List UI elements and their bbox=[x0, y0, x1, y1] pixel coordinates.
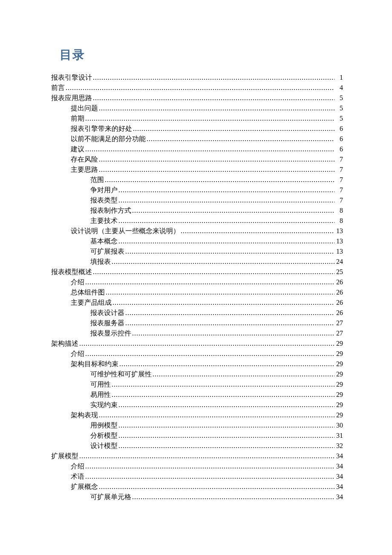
toc-leader-dots bbox=[99, 154, 334, 165]
toc-entry-page: 8 bbox=[335, 216, 343, 226]
toc-entry-label: 前言 bbox=[51, 83, 65, 93]
toc-entry: 可扩展报表13 bbox=[51, 246, 343, 257]
toc-entry: 报表引擎带来的好处6 bbox=[51, 124, 343, 134]
toc-leader-dots bbox=[118, 185, 334, 195]
toc-entry: 术语34 bbox=[51, 471, 343, 482]
toc-entry: 报表模型概述25 bbox=[51, 267, 343, 277]
toc-entry-page: 5 bbox=[335, 103, 343, 113]
toc-entry-label: 建议 bbox=[71, 144, 84, 154]
toc-entry-page: 13 bbox=[335, 226, 343, 236]
toc-entry: 扩展模型34 bbox=[51, 451, 343, 461]
toc-entry-page: 34 bbox=[335, 451, 343, 461]
toc-leader-dots bbox=[132, 492, 334, 502]
toc-entry: 争对用户7 bbox=[51, 185, 343, 195]
toc-entry: 介绍29 bbox=[51, 349, 343, 359]
document-page: 目录 报表引擎设计1前言4报表应用思路5提出问题5前期5报表引擎带来的好处6以前… bbox=[0, 0, 392, 545]
toc-entry-page: 30 bbox=[335, 420, 343, 431]
toc-entry-page: 34 bbox=[335, 482, 343, 492]
toc-entry-label: 可扩展单元格 bbox=[90, 492, 131, 502]
toc-leader-dots bbox=[125, 246, 334, 257]
toc-leader-dots bbox=[118, 420, 334, 431]
toc-leader-dots bbox=[112, 257, 334, 267]
toc-entry-label: 报表应用思路 bbox=[51, 93, 92, 103]
toc-entry-label: 报表设计器 bbox=[90, 308, 124, 318]
toc-leader-dots bbox=[118, 236, 334, 246]
toc-entry: 前期5 bbox=[51, 113, 343, 124]
toc-leader-dots bbox=[112, 298, 334, 308]
toc-leader-dots bbox=[112, 390, 334, 400]
toc-entry: 设计模型32 bbox=[51, 441, 343, 451]
toc-entry-label: 可维护性和可扩展性 bbox=[90, 369, 152, 379]
toc-entry: 介绍26 bbox=[51, 277, 343, 287]
toc-entry-page: 34 bbox=[335, 461, 343, 471]
toc-leader-dots bbox=[147, 134, 334, 144]
toc-leader-dots bbox=[133, 124, 334, 134]
toc-entry-page: 6 bbox=[335, 124, 343, 134]
toc-entry-label: 主要技术 bbox=[90, 216, 118, 226]
toc-entry: 报表制作方式8 bbox=[51, 205, 343, 216]
toc-leader-dots bbox=[66, 83, 334, 93]
toc-entry: 以前不能满足的部分功能6 bbox=[51, 134, 343, 144]
toc-entry-label: 扩展模型 bbox=[51, 451, 78, 461]
toc-entry-label: 扩展概念 bbox=[71, 482, 98, 492]
toc-list: 报表引擎设计1前言4报表应用思路5提出问题5前期5报表引擎带来的好处6以前不能满… bbox=[51, 72, 343, 502]
toc-leader-dots bbox=[105, 175, 334, 185]
toc-leader-dots bbox=[85, 461, 334, 471]
toc-entry: 介绍34 bbox=[51, 461, 343, 471]
toc-leader-dots bbox=[85, 349, 334, 359]
toc-entry-label: 存在风险 bbox=[71, 154, 98, 165]
toc-entry: 基本概念13 bbox=[51, 236, 343, 246]
toc-entry-page: 29 bbox=[335, 349, 343, 359]
toc-entry-label: 介绍 bbox=[71, 349, 84, 359]
toc-entry-label: 可用性 bbox=[90, 379, 111, 390]
toc-entry-page: 29 bbox=[335, 410, 343, 420]
toc-entry: 实现约束29 bbox=[51, 400, 343, 410]
toc-entry-page: 26 bbox=[335, 298, 343, 308]
toc-leader-dots bbox=[85, 277, 334, 287]
toc-entry: 报表引擎设计1 bbox=[51, 72, 343, 83]
toc-entry-page: 31 bbox=[335, 431, 343, 441]
toc-entry-label: 报表服务器 bbox=[90, 318, 124, 328]
toc-entry-label: 报表显示控件 bbox=[90, 328, 131, 338]
toc-entry: 架构描述29 bbox=[51, 338, 343, 349]
toc-leader-dots bbox=[99, 103, 334, 113]
toc-entry-page: 29 bbox=[335, 400, 343, 410]
toc-entry-page: 8 bbox=[335, 205, 343, 216]
toc-leader-dots bbox=[79, 338, 334, 349]
toc-entry-label: 介绍 bbox=[71, 461, 84, 471]
toc-entry-page: 7 bbox=[335, 185, 343, 195]
toc-entry-label: 报表模型概述 bbox=[51, 267, 92, 277]
toc-entry-page: 13 bbox=[335, 246, 343, 257]
toc-entry: 报表服务器27 bbox=[51, 318, 343, 328]
toc-entry: 架构目标和约束29 bbox=[51, 359, 343, 369]
toc-entry-page: 29 bbox=[335, 338, 343, 349]
toc-entry-page: 7 bbox=[335, 175, 343, 185]
toc-entry-page: 27 bbox=[335, 328, 343, 338]
toc-entry: 报表类型7 bbox=[51, 195, 343, 205]
toc-leader-dots bbox=[106, 287, 334, 298]
toc-entry-page: 5 bbox=[335, 93, 343, 103]
toc-entry: 主要技术8 bbox=[51, 216, 343, 226]
toc-entry: 可维护性和可扩展性29 bbox=[51, 369, 343, 379]
toc-leader-dots bbox=[99, 410, 334, 420]
toc-entry-label: 架构目标和约束 bbox=[71, 359, 118, 369]
toc-entry-page: 13 bbox=[335, 236, 343, 246]
toc-entry: 范围7 bbox=[51, 175, 343, 185]
toc-entry: 前言4 bbox=[51, 83, 343, 93]
toc-entry-page: 26 bbox=[335, 308, 343, 318]
toc-entry-page: 7 bbox=[335, 165, 343, 175]
toc-entry-label: 可扩展报表 bbox=[90, 246, 124, 257]
toc-leader-dots bbox=[85, 471, 334, 482]
toc-entry-page: 29 bbox=[335, 379, 343, 390]
toc-entry-page: 32 bbox=[335, 441, 343, 451]
toc-entry-label: 报表类型 bbox=[90, 195, 118, 205]
toc-entry-label: 前期 bbox=[71, 113, 84, 124]
toc-entry-page: 29 bbox=[335, 390, 343, 400]
toc-leader-dots bbox=[118, 431, 334, 441]
toc-entry-label: 提出问题 bbox=[71, 103, 98, 113]
toc-leader-dots bbox=[181, 226, 334, 236]
toc-entry-label: 架构表现 bbox=[71, 410, 98, 420]
toc-leader-dots bbox=[85, 144, 334, 154]
toc-leader-dots bbox=[93, 72, 334, 83]
toc-entry-label: 填报表 bbox=[90, 257, 111, 267]
